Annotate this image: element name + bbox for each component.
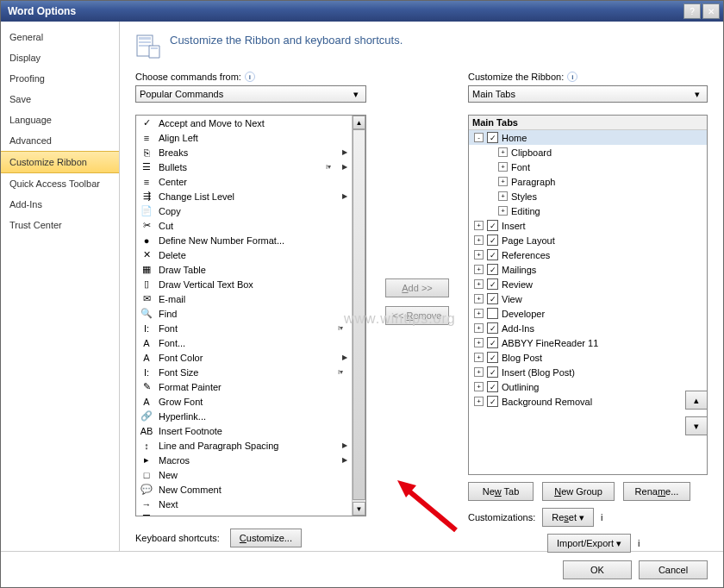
close-button[interactable]: ✕	[702, 3, 720, 19]
command-item[interactable]: ABInsert Footnote	[136, 423, 352, 438]
expander-icon[interactable]: +	[498, 177, 508, 186]
tree-node[interactable]: -✓Home	[469, 130, 707, 145]
command-item[interactable]: I:FontI▾	[136, 321, 352, 335]
sidebar-item-quick-access-toolbar[interactable]: Quick Access Toolbar	[1, 173, 119, 194]
tree-node[interactable]: +✓Blog Post	[469, 350, 707, 365]
tree-node[interactable]: +Font	[469, 160, 707, 174]
expander-icon[interactable]: +	[474, 367, 484, 377]
expander-icon[interactable]: +	[474, 323, 484, 333]
sidebar-item-general[interactable]: General	[1, 27, 119, 47]
command-item[interactable]: ✓Accept and Move to Next	[136, 116, 352, 130]
expander-icon[interactable]: +	[498, 147, 508, 157]
expander-icon[interactable]: +	[474, 382, 484, 391]
expander-icon[interactable]: +	[474, 235, 484, 245]
checkbox[interactable]: ✓	[487, 337, 498, 348]
command-item[interactable]: 📄Copy	[136, 203, 352, 218]
checkbox[interactable]: ✓	[487, 396, 498, 407]
command-item[interactable]: □New	[136, 467, 352, 482]
remove-button[interactable]: << Remove	[385, 306, 449, 325]
command-item[interactable]: 🔗Hyperlink...	[136, 409, 352, 423]
command-item[interactable]: ≡Align Left	[136, 130, 352, 145]
expander-icon[interactable]: +	[474, 309, 484, 318]
sidebar-item-trust-center[interactable]: Trust Center	[1, 215, 119, 235]
scroll-thumb[interactable]	[353, 129, 365, 500]
help-button[interactable]: ?	[683, 3, 701, 19]
checkbox[interactable]: ✓	[487, 264, 498, 275]
tree-node[interactable]: +✓Insert (Blog Post)	[469, 365, 707, 379]
command-item[interactable]: ✂Cut	[136, 218, 352, 233]
command-item[interactable]: ☰BulletsI▾▶	[136, 160, 352, 174]
checkbox[interactable]: ✓	[487, 352, 498, 363]
scroll-up-button[interactable]: ▲	[353, 116, 365, 129]
cancel-button[interactable]: Cancel	[639, 560, 708, 579]
checkbox[interactable]: ✓	[487, 220, 498, 231]
expander-icon[interactable]: +	[474, 279, 484, 289]
sidebar-item-save[interactable]: Save	[1, 89, 119, 109]
command-item[interactable]: ▸Macros▶	[136, 453, 352, 467]
expander-icon[interactable]: +	[474, 294, 484, 303]
expander-icon[interactable]: +	[474, 353, 484, 362]
tree-node[interactable]: +✓Insert	[469, 218, 707, 233]
expander-icon[interactable]: +	[474, 397, 484, 406]
tree-node[interactable]: +✓View	[469, 291, 707, 306]
ok-button[interactable]: OK	[563, 560, 632, 579]
sidebar-item-display[interactable]: Display	[1, 47, 119, 68]
expander-icon[interactable]: -	[474, 133, 484, 142]
command-item[interactable]: AFont Color▶	[136, 350, 352, 365]
command-item[interactable]: ↕Line and Paragraph Spacing▶	[136, 438, 352, 453]
tree-node[interactable]: +✓Mailings	[469, 262, 707, 277]
checkbox[interactable]: ✓	[487, 235, 498, 246]
sidebar-item-add-ins[interactable]: Add-Ins	[1, 194, 119, 215]
ribbon-tree[interactable]: Main Tabs -✓Home+Clipboard+Font+Paragrap…	[468, 115, 708, 475]
command-item[interactable]: →Next	[136, 497, 352, 511]
command-item[interactable]: ▯Draw Vertical Text Box	[136, 277, 352, 291]
checkbox[interactable]	[487, 308, 498, 319]
expander-icon[interactable]: +	[474, 265, 484, 274]
command-item[interactable]: ⎘Breaks▶	[136, 145, 352, 160]
checkbox[interactable]: ✓	[487, 132, 498, 143]
checkbox[interactable]: ✓	[487, 366, 498, 378]
move-up-button[interactable]: ▴	[685, 391, 708, 410]
command-item[interactable]: ☰NumberingI▾▶	[136, 511, 352, 516]
expander-icon[interactable]: +	[498, 206, 508, 216]
tree-node[interactable]: +✓Page Layout	[469, 233, 707, 247]
checkbox[interactable]: ✓	[487, 249, 498, 260]
command-item[interactable]: ≡Center	[136, 174, 352, 189]
customize-ribbon-select[interactable]: Main Tabs ▾	[468, 85, 708, 103]
tree-node[interactable]: +✓Background Removal	[469, 394, 707, 409]
expander-icon[interactable]: +	[498, 162, 508, 172]
customize-shortcuts-button[interactable]: Customize...	[230, 529, 302, 547]
tree-node[interactable]: +✓Add-Ins	[469, 321, 707, 335]
command-item[interactable]: I:Font SizeI▾	[136, 365, 352, 379]
move-down-button[interactable]: ▾	[685, 416, 708, 435]
info-icon[interactable]: i	[567, 72, 577, 82]
new-tab-button[interactable]: New Tab	[468, 482, 534, 501]
scroll-down-button[interactable]: ▼	[353, 502, 365, 516]
import-export-button[interactable]: Import/Export ▾	[547, 534, 631, 553]
tree-node[interactable]: +✓References	[469, 247, 707, 262]
commands-listbox[interactable]: ✓Accept and Move to Next≡Align Left⎘Brea…	[135, 115, 366, 516]
sidebar-item-proofing[interactable]: Proofing	[1, 68, 119, 89]
tree-node[interactable]: +✓ABBYY FineReader 11	[469, 335, 707, 350]
checkbox[interactable]: ✓	[487, 293, 498, 304]
checkbox[interactable]: ✓	[487, 322, 498, 334]
tree-node[interactable]: +✓Review	[469, 277, 707, 291]
info-icon[interactable]: i	[601, 512, 602, 522]
command-item[interactable]: AFont...	[136, 335, 352, 350]
checkbox[interactable]: ✓	[487, 278, 498, 290]
rename-button[interactable]: Rename...	[623, 482, 690, 501]
info-icon[interactable]: i	[245, 72, 255, 82]
tree-node[interactable]: +✓Outlining	[469, 379, 707, 394]
choose-commands-select[interactable]: Popular Commands ▾	[135, 85, 366, 103]
expander-icon[interactable]: +	[474, 338, 484, 347]
sidebar-item-customize-ribbon[interactable]: Customize Ribbon	[1, 151, 119, 173]
tree-node[interactable]: +Editing	[469, 203, 707, 218]
tree-node[interactable]: +Paragraph	[469, 174, 707, 189]
expander-icon[interactable]: +	[498, 191, 508, 201]
sidebar-item-language[interactable]: Language	[1, 109, 119, 130]
add-button[interactable]: Add >>	[385, 278, 449, 297]
tree-node[interactable]: +Developer	[469, 306, 707, 321]
command-item[interactable]: ✎Format Painter	[136, 379, 352, 394]
tree-node[interactable]: +Clipboard	[469, 145, 707, 160]
command-item[interactable]: ✕Delete	[136, 247, 352, 262]
